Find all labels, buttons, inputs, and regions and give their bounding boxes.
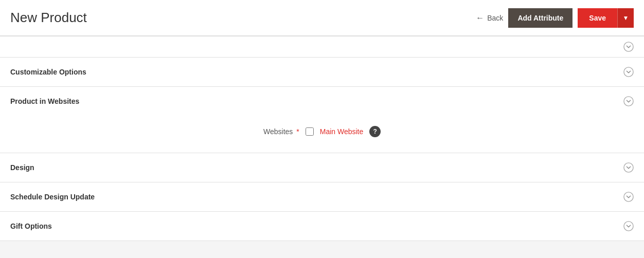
page-title: New Product [10,10,87,26]
chevron-down-icon [623,96,634,106]
chevron-down-icon [623,162,634,173]
section-product-in-websites-title: Product in Websites [10,97,79,105]
back-label: Back [487,14,503,22]
chevron-down-icon [623,221,634,231]
svg-point-0 [624,42,633,51]
section-design-title: Design [10,163,34,172]
section-customizable-options-title: Customizable Options [10,68,86,76]
required-star: * [296,127,299,136]
section-schedule-design-update-title: Schedule Design Update [10,193,95,201]
svg-point-1 [624,67,633,77]
save-button[interactable]: Save [578,8,617,28]
websites-label: Websites * [263,127,299,136]
svg-point-2 [624,97,633,106]
chevron-down-icon [623,42,634,52]
save-button-group: Save ▼ [578,8,634,28]
main-website-checkbox[interactable] [306,127,314,136]
svg-point-4 [624,192,633,201]
section-product-in-websites-body: Websites * Main Website ? [0,116,644,153]
dropdown-arrow-icon: ▼ [623,14,629,22]
section-gift-options[interactable]: Gift Options [0,211,644,241]
section-product-in-websites-header[interactable]: Product in Websites [0,87,644,116]
chevron-down-icon [623,67,634,77]
section-product-in-websites: Product in Websites Websites * Main Webs… [0,86,644,153]
back-link[interactable]: ← Back [476,13,503,23]
main-content: Customizable Options Product in Websites… [0,36,644,241]
chevron-down-icon [623,192,634,202]
section-schedule-design-update[interactable]: Schedule Design Update [0,182,644,211]
add-attribute-button[interactable]: Add Attribute [508,8,573,28]
section-top-collapsed[interactable] [0,36,644,57]
section-gift-options-title: Gift Options [10,222,52,230]
websites-field-row: Websites * Main Website ? [263,126,381,137]
header-actions: ← Back Add Attribute Save ▼ [476,8,634,28]
svg-point-5 [624,222,633,231]
page-header: New Product ← Back Add Attribute Save ▼ [0,0,644,36]
section-design[interactable]: Design [0,153,644,182]
help-icon[interactable]: ? [369,126,381,137]
svg-point-3 [624,163,633,172]
section-customizable-options[interactable]: Customizable Options [0,57,644,86]
back-arrow-icon: ← [476,13,484,23]
main-website-label[interactable]: Main Website [320,127,364,136]
save-dropdown-button[interactable]: ▼ [617,8,634,28]
